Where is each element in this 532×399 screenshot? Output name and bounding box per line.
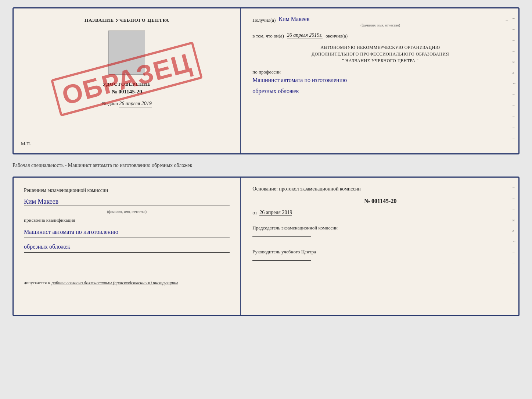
qual-chairman-group: Председатель экзаменационной комиссии	[252, 225, 508, 238]
cert-issued-label: Выдано 26 апреля 2019	[102, 101, 152, 107]
qual-date-row: от 26 апреля 2019	[252, 210, 508, 216]
cert-mp: М.П.	[21, 141, 31, 147]
qual-line2	[24, 265, 230, 265]
cert-number: № 001145-20	[112, 89, 142, 95]
cert-finished-label: окончил(а)	[326, 33, 348, 39]
qual-name: Ким Макеев	[24, 198, 230, 206]
qual-director-label: Руководитель учебного Центра	[252, 249, 508, 255]
cert-photo	[108, 31, 145, 75]
qual-permission-text: допускается к	[24, 280, 50, 286]
qual-director-sign	[252, 260, 311, 261]
qual-side-dashes: – – – и а ← – – – – –	[510, 178, 518, 306]
cert-right-panel: Получил(а) Ким Макеев – (фамилия, имя, о…	[241, 8, 518, 153]
qual-decision-label: Решением экзаменационной комиссии	[24, 186, 230, 194]
cert-issued-date: 26 апреля 2019	[119, 101, 151, 107]
documents-container: НАЗВАНИЕ УЧЕБНОГО ЦЕНТРА УДОСТОВЕРЕНИЕ №…	[12, 7, 520, 316]
cert-profession-line1: Машинист автомата по изготовлению	[252, 75, 508, 86]
qual-line1	[24, 258, 230, 258]
cert-profession-group: по профессии Машинист автомата по изгото…	[252, 69, 508, 97]
cert-left-panel: НАЗВАНИЕ УЧЕБНОГО ЦЕНТРА УДОСТОВЕРЕНИЕ №…	[14, 8, 241, 153]
qual-name-subtext: (фамилия, имя, отчество)	[24, 210, 230, 214]
cert-received-group: Получил(а) Ким Макеев – (фамилия, имя, о…	[252, 16, 508, 27]
qual-permission-row: допускается к работе согласно должностны…	[24, 280, 230, 286]
qual-chairman-label: Председатель экзаменационной комиссии	[252, 225, 508, 231]
qual-left-panel: Решением экзаменационной комиссии Ким Ма…	[14, 178, 241, 315]
cert-date-label: в том, что он(а)	[252, 33, 284, 39]
cert-date-value: 26 апреля 2019г.	[287, 32, 323, 39]
qual-director-group: Руководитель учебного Центра	[252, 249, 508, 262]
cert-dash: –	[506, 17, 508, 23]
cert-org-text: АВТОНОМНУЮ НЕКОММЕРЧЕСКУЮ ОРГАНИЗАЦИЮ ДО…	[252, 44, 508, 64]
qual-date-value: 26 апреля 2019	[259, 210, 292, 216]
cert-side-dashes: – – – – и а ← – – – – –	[510, 8, 518, 148]
qual-assigned-label: присвоена квалификация	[24, 217, 230, 223]
qual-basis-label: Основание: протокол экзаменационной коми…	[252, 185, 508, 193]
cert-school-title: НАЗВАНИЕ УЧЕБНОГО ЦЕНТРА	[85, 17, 169, 23]
qual-prof-line1: Машинист автомата по изготовлению	[24, 227, 230, 238]
certificate-document: НАЗВАНИЕ УЧЕБНОГО ЦЕНТРА УДОСТОВЕРЕНИЕ №…	[12, 7, 520, 154]
cert-received-subtext: (фамилия, имя, отчество)	[252, 23, 508, 27]
qual-permission-italic: работе согласно должностным (производств…	[51, 280, 178, 286]
cert-received-label: Получил(а)	[252, 17, 276, 23]
qual-date-prefix: от	[252, 210, 257, 216]
cert-profession-line2: обрезных обложек	[252, 86, 508, 97]
cert-profession-label: по профессии	[252, 69, 508, 75]
separator-text: Рабочая специальность - Машинист автомат…	[12, 160, 520, 171]
qual-perm-line	[24, 291, 230, 291]
qual-line3	[24, 272, 230, 272]
qual-chairman-sign	[252, 236, 311, 237]
cert-received-name: Ким Макеев	[278, 16, 503, 23]
qual-right-panel: Основание: протокол экзаменационной коми…	[241, 178, 518, 315]
cert-udost-label: УДОСТОВЕРЕНИЕ	[103, 81, 151, 87]
qualification-document: Решением экзаменационной комиссии Ким Ма…	[12, 177, 520, 316]
qual-protocol-number: № 001145-20	[252, 198, 508, 204]
cert-date-row: в том, что он(а) 26 апреля 2019г. окончи…	[252, 32, 508, 39]
qual-prof-line2: обрезных обложек	[24, 242, 230, 253]
